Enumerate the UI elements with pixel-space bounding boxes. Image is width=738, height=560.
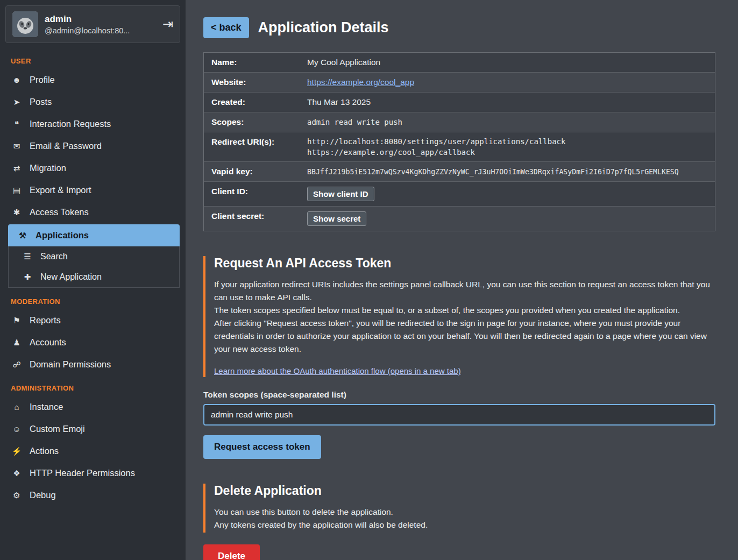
vapid-key-value: BBJffJ219b5iE512m7wQSzv4KgKDhgZZVzNyWC_r… xyxy=(306,162,715,181)
sidebar-item-label: Domain Permissions xyxy=(30,359,111,370)
section-label-administration: ADMINISTRATION xyxy=(0,375,186,396)
delete-info-line-2: Any tokens created by the application wi… xyxy=(214,519,715,531)
sidebar-item-label: Reports xyxy=(30,315,61,325)
request-token-paragraph-3: After clicking "Request access token", y… xyxy=(214,317,715,356)
sidebar-item-reports[interactable]: ⚑ Reports xyxy=(0,309,186,331)
table-row-client-secret: Client secret: Show secret xyxy=(204,207,715,231)
main-content: < back Application Details Name: My Cool… xyxy=(186,0,738,560)
sidebar-item-label: Export & Import xyxy=(30,185,91,195)
sidebar-item-new-application[interactable]: ✚ New Application xyxy=(9,267,179,287)
request-access-token-button[interactable]: Request access token xyxy=(203,435,321,459)
user-name: admin xyxy=(45,14,130,25)
row-label: Name: xyxy=(204,53,306,72)
save-icon: ▤ xyxy=(11,186,23,195)
redirect-uri-2: https://example.org/cool_app/callback xyxy=(307,148,475,157)
website-value-cell: https://example.org/cool_app xyxy=(306,73,715,92)
row-label: Website: xyxy=(204,73,306,92)
sidebar-item-email-password[interactable]: ✉ Email & Password xyxy=(0,135,186,157)
application-details-table: Name: My Cool Application Website: https… xyxy=(203,52,715,231)
table-row-website: Website: https://example.org/cool_app xyxy=(204,73,715,93)
table-row-scopes: Scopes: admin read write push xyxy=(204,112,715,132)
bug-icon: ⚙ xyxy=(11,491,23,500)
back-button[interactable]: < back xyxy=(203,17,249,38)
sidebar-item-applications-search[interactable]: ☰ Search xyxy=(9,246,179,267)
sidebar-item-label: Profile xyxy=(30,75,55,85)
list-icon: ☰ xyxy=(22,252,33,261)
table-row-client-id: Client ID: Show client ID xyxy=(204,182,715,207)
sidebar-item-domain-permissions[interactable]: ☍ Domain Permissions xyxy=(0,353,186,375)
sidebar-item-actions[interactable]: ⚡ Actions xyxy=(0,440,186,462)
sidebar-item-access-tokens[interactable]: ✱ Access Tokens xyxy=(0,201,186,223)
table-row-redirect-uris: Redirect URI(s): http://localhost:8080/s… xyxy=(204,132,715,162)
table-row-created: Created: Thu Mar 13 2025 xyxy=(204,93,715,112)
wrench-icon: ⚒ xyxy=(17,231,29,240)
plus-icon: ✚ xyxy=(22,272,33,282)
applications-submenu: ☰ Search ✚ New Application xyxy=(8,246,180,288)
section-label-moderation: MODERATION xyxy=(0,289,186,309)
smiley-icon: ☺ xyxy=(11,424,23,434)
show-client-id-button[interactable]: Show client ID xyxy=(307,187,374,201)
redirect-uris-cell: http://localhost:8080/settings/user/appl… xyxy=(306,132,715,161)
row-label: Vapid key: xyxy=(204,162,306,181)
application-name-value: My Cool Application xyxy=(306,53,715,72)
network-icon: ❖ xyxy=(11,469,23,478)
user-handle: @admin@localhost:80... xyxy=(45,26,130,35)
sidebar-item-label: New Application xyxy=(40,272,102,282)
users-icon: ♟ xyxy=(11,338,23,348)
sidebar-item-label: Access Tokens xyxy=(30,207,89,217)
sidebar-item-instance[interactable]: ⌂ Instance xyxy=(0,396,186,418)
user-card[interactable]: admin @admin@localhost:80... ⇥ xyxy=(5,5,180,43)
sidebar-item-label: Search xyxy=(40,252,68,261)
request-token-title: Request An API Access Token xyxy=(214,256,715,271)
sidebar-item-migration[interactable]: ⇄ Migration xyxy=(0,157,186,179)
user-icon: ☻ xyxy=(11,75,23,84)
sidebar-item-export-import[interactable]: ▤ Export & Import xyxy=(0,179,186,201)
created-value: Thu Mar 13 2025 xyxy=(306,93,715,112)
sidebar-item-debug[interactable]: ⚙ Debug xyxy=(0,484,186,506)
bolt-icon: ⚡ xyxy=(11,446,23,456)
row-label: Client secret: xyxy=(204,207,306,231)
avatar xyxy=(12,11,38,37)
scopes-value: admin read write push xyxy=(306,112,715,132)
logout-icon[interactable]: ⇥ xyxy=(162,18,173,31)
row-label: Created: xyxy=(204,93,306,112)
sidebar-item-label: Email & Password xyxy=(30,141,102,151)
sidebar-item-interaction-requests[interactable]: ❝ Interaction Requests xyxy=(0,113,186,135)
sidebar-item-applications[interactable]: ⚒ Applications xyxy=(8,224,180,246)
sidebar-item-http-header-permissions[interactable]: ❖ HTTP Header Permissions xyxy=(0,462,186,484)
sidebar-item-custom-emoji[interactable]: ☺ Custom Emoji xyxy=(0,418,186,440)
token-scopes-input[interactable] xyxy=(203,404,715,426)
website-link[interactable]: https://example.org/cool_app xyxy=(307,77,414,87)
oauth-docs-link[interactable]: Learn more about the OAuth authenticatio… xyxy=(214,366,461,375)
sidebar-item-label: Actions xyxy=(30,446,59,456)
request-token-paragraph-1: If your application redirect URIs includ… xyxy=(214,278,715,304)
delete-application-section: Delete Application You can use this butt… xyxy=(203,484,715,533)
transfer-arrows-icon: ⇄ xyxy=(11,164,23,173)
client-secret-cell: Show secret xyxy=(306,207,715,231)
request-token-section: Request An API Access Token If your appl… xyxy=(203,256,715,377)
section-label-user: USER xyxy=(0,48,186,69)
request-token-paragraph-2: The token scopes specified below must be… xyxy=(214,304,715,317)
sidebar-item-profile[interactable]: ☻ Profile xyxy=(0,69,186,91)
sidebar-item-posts[interactable]: ➤ Posts xyxy=(0,91,186,113)
sidebar: admin @admin@localhost:80... ⇥ USER ☻ Pr… xyxy=(0,0,186,560)
envelope-icon: ✉ xyxy=(11,141,23,151)
sidebar-item-label: Posts xyxy=(30,97,52,107)
sidebar-item-label: Debug xyxy=(30,490,56,500)
table-row-vapid-key: Vapid key: BBJffJ219b5iE512m7wQSzv4KgKDh… xyxy=(204,162,715,182)
delete-application-button[interactable]: Delete xyxy=(203,544,260,560)
user-meta: admin @admin@localhost:80... xyxy=(45,14,130,35)
flag-icon: ⚑ xyxy=(11,316,23,325)
page-header: < back Application Details xyxy=(203,17,715,38)
row-label: Client ID: xyxy=(204,182,306,206)
token-icon: ✱ xyxy=(11,208,23,217)
sidebar-item-label: Custom Emoji xyxy=(30,424,85,434)
row-label: Scopes: xyxy=(204,112,306,132)
client-id-cell: Show client ID xyxy=(306,182,715,206)
paper-plane-icon: ➤ xyxy=(11,97,23,107)
redirect-uri-1: http://localhost:8080/settings/user/appl… xyxy=(307,137,565,146)
show-secret-button[interactable]: Show secret xyxy=(307,211,366,226)
table-row-name: Name: My Cool Application xyxy=(204,53,715,73)
sidebar-item-accounts[interactable]: ♟ Accounts xyxy=(0,331,186,353)
share-nodes-icon: ☍ xyxy=(11,360,23,370)
